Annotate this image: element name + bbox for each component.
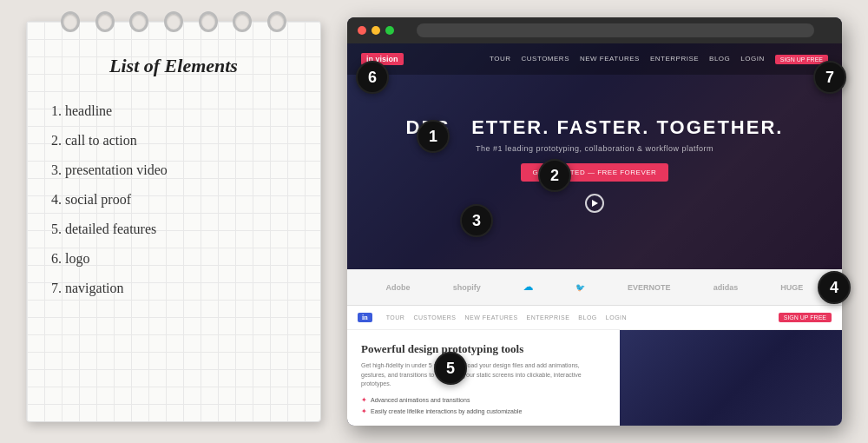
nav-link-tour: TOUR xyxy=(490,55,511,64)
ring-6 xyxy=(233,11,252,32)
ring-2 xyxy=(95,11,115,32)
brand-evernote: EVERNOTE xyxy=(628,283,671,292)
brand-salesforce: ☁ xyxy=(523,281,533,293)
ring-3 xyxy=(129,11,148,32)
notepad-list: 1. headline 2. call to action 3. present… xyxy=(51,96,296,303)
feature-text-2: Easily create lifelike interactions by a… xyxy=(371,408,522,414)
nav2-blog: BLOG xyxy=(578,314,596,321)
browser-body: in vision TOUR CUSTOMERS NEW FEATURES EN… xyxy=(347,43,842,426)
check-icon-2: ✦ xyxy=(361,407,367,415)
feature-item-2: ✦ Easily create lifelike interactions by… xyxy=(361,407,606,415)
nav2-tour: TOUR xyxy=(386,314,405,321)
inner-nav: in vision TOUR CUSTOMERS NEW FEATURES EN… xyxy=(347,43,842,75)
features-left: Powerful design prototyping tools Get hi… xyxy=(347,330,620,426)
notepad: List of Elements 1. headline 2. call to … xyxy=(26,21,321,422)
brand-adidas: adidas xyxy=(713,283,739,292)
hero-section: in vision TOUR CUSTOMERS NEW FEATURES EN… xyxy=(347,43,842,269)
close-dot xyxy=(358,26,366,35)
features-description: Get high-fidelity in under 5 minutes. Up… xyxy=(361,361,606,389)
sticky-nav-logo: in xyxy=(358,313,372,322)
nav-link-login: LOGIN xyxy=(740,55,764,64)
hero-play-area xyxy=(406,194,784,213)
nav-link-blog: BLOG xyxy=(709,55,730,64)
sticky-nav: in TOUR CUSTOMERS NEW FEATURES ENTERPRIS… xyxy=(347,306,842,330)
ring-5 xyxy=(199,11,218,32)
notepad-content: List of Elements 1. headline 2. call to … xyxy=(27,22,320,421)
sticky-nav-signup[interactable]: SIGN UP FREE xyxy=(779,313,832,322)
feature-text-1: Advanced animations and transitions xyxy=(371,397,470,403)
nav-link-enterprise: ENTERPRISE xyxy=(650,55,699,64)
nav2-login: LOGIN xyxy=(606,314,627,321)
browser-container: 1 2 3 4 5 6 7 in vision TOUR CUSTOMERS xyxy=(347,17,842,426)
play-icon xyxy=(592,200,598,207)
list-item: 5. detailed features xyxy=(51,215,296,244)
nav-link-features: NEW FEATURES xyxy=(580,55,640,64)
circle-7: 7 xyxy=(813,61,846,94)
brand-shopify: shopify xyxy=(453,283,481,292)
nav2-features: NEW FEATURES xyxy=(465,314,518,321)
feature-item-1: ✦ Advanced animations and transitions xyxy=(361,396,606,404)
features-title: Powerful design prototyping tools xyxy=(361,342,606,356)
circle-5: 5 xyxy=(434,352,467,385)
logos-band: Adobe shopify ☁ 🐦 EVERNOTE adidas HUGE xyxy=(347,269,842,306)
check-icon-1: ✦ xyxy=(361,396,367,404)
nav-link-customers: CUSTOMERS xyxy=(522,55,569,64)
hero-headline: DES ETTER. FASTER. TOGETHER. xyxy=(406,117,784,138)
list-item: 2. call to action xyxy=(51,126,296,155)
address-bar xyxy=(417,23,814,37)
notepad-rings xyxy=(27,11,320,32)
nav-signup[interactable]: SIGN UP FREE xyxy=(775,55,828,64)
list-item: 1. headline xyxy=(51,96,296,126)
notepad-title: List of Elements xyxy=(51,55,296,77)
play-button[interactable] xyxy=(585,194,604,213)
browser-chrome xyxy=(347,17,842,43)
circle-1: 1 xyxy=(417,120,450,153)
list-item: 3. presentation video xyxy=(51,155,296,185)
circle-4: 4 xyxy=(818,271,851,304)
ring-7 xyxy=(267,11,286,32)
browser-window: in vision TOUR CUSTOMERS NEW FEATURES EN… xyxy=(347,17,842,426)
list-item: 4. social proof xyxy=(51,185,296,215)
nav2-customers: CUSTOMERS xyxy=(413,314,456,321)
ring-4 xyxy=(164,11,183,32)
ring-1 xyxy=(61,11,80,32)
nav2-enterprise: ENTERPRISE xyxy=(527,314,570,321)
circle-2: 2 xyxy=(538,159,571,192)
list-item: 6. logo xyxy=(51,244,296,274)
sticky-nav-links: TOUR CUSTOMERS NEW FEATURES ENTERPRISE B… xyxy=(386,314,779,321)
brand-huge: HUGE xyxy=(780,283,803,292)
brand-twitter: 🐦 xyxy=(575,283,585,292)
list-item: 7. navigation xyxy=(51,274,296,303)
circle-6: 6 xyxy=(356,61,389,94)
hero-subheadline: The #1 leading prototyping, collaboratio… xyxy=(406,144,784,153)
nav-links: TOUR CUSTOMERS NEW FEATURES ENTERPRISE B… xyxy=(421,55,828,64)
minimize-dot xyxy=(372,26,380,35)
features-section: Powerful design prototyping tools Get hi… xyxy=(347,330,842,426)
hero-text: DES ETTER. FASTER. TOGETHER. The #1 lead… xyxy=(406,117,784,212)
brand-adobe: Adobe xyxy=(386,283,411,292)
features-right: SCIENCE O xyxy=(620,330,843,426)
maximize-dot xyxy=(385,26,394,35)
circle-3: 3 xyxy=(460,204,493,237)
